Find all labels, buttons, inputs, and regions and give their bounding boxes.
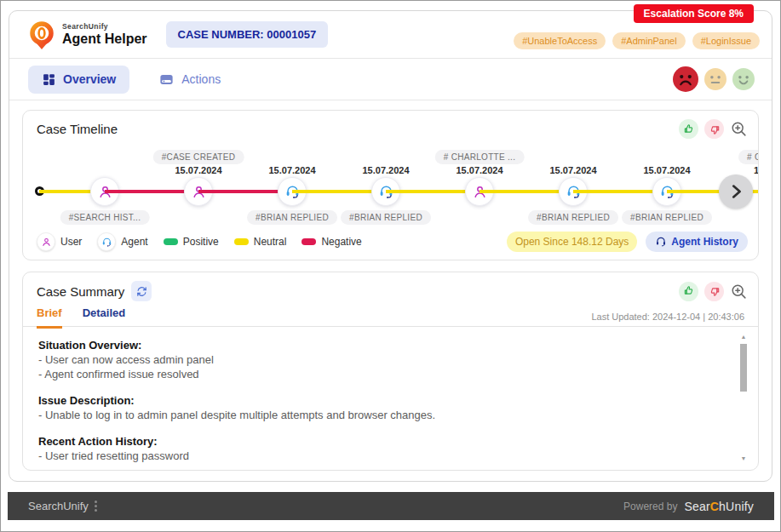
case-timeline-card: Case Timeline: [22, 110, 759, 260]
powered-by-label: Powered by: [623, 501, 677, 512]
summary-thumbs-down-button[interactable]: [704, 282, 724, 301]
summary-section-line: - User tried resetting password: [38, 449, 729, 463]
timeline-event-date: 15.07.2024: [549, 165, 596, 175]
positive-color-swatch: [164, 238, 178, 245]
main-panel: SearchUnify Agent Helper CASE NUMBER: 00…: [9, 10, 772, 482]
thumbs-up-button[interactable]: [679, 119, 698, 139]
summary-scrollbar[interactable]: ▲ ▼: [739, 332, 748, 463]
summary-section-heading: Recent Action History:: [38, 434, 729, 449]
neutral-face-icon[interactable]: [704, 68, 726, 90]
timeline-event-label: # CHARLOTTE ...: [435, 150, 525, 164]
tab-bar: Overview Actions: [9, 59, 772, 100]
brand-name-big: Agent Helper: [62, 31, 147, 47]
scroll-down-arrow[interactable]: ▼: [739, 455, 748, 461]
summary-thumbs-up-button[interactable]: [679, 282, 698, 301]
summary-tab-detailed[interactable]: Detailed: [83, 306, 126, 329]
legend-label: Neutral: [254, 236, 287, 248]
agent-icon: [101, 237, 112, 248]
legend-item-positive: Positive: [164, 236, 219, 248]
footer-menu-dots-icon[interactable]: [95, 501, 97, 512]
timeline-event-date: 15.07.2024: [456, 165, 502, 175]
scrollbar-thumb[interactable]: [740, 344, 747, 392]
legend-item-neutral: Neutral: [234, 236, 287, 248]
timeline-title: Case Timeline: [37, 122, 118, 136]
tab-actions[interactable]: Actions: [158, 72, 221, 88]
tab-actions-label: Actions: [181, 72, 221, 86]
legend-label: Positive: [183, 236, 219, 248]
refresh-icon: [135, 285, 148, 298]
timeline-edge-date: 15.: [754, 165, 759, 175]
footer-brand-logo: SearChUnify: [684, 500, 754, 513]
angry-face-icon[interactable]: [673, 66, 698, 92]
user-icon: [37, 232, 55, 251]
thumb-down-icon: [709, 285, 721, 297]
app-logo: SearchUnify Agent Helper: [28, 20, 147, 50]
hashtag-pill: #AdminPanel: [612, 32, 685, 49]
thumb-up-icon: [683, 285, 695, 297]
timeline-legend: User AgentPositiveNeutralNegative Open S…: [37, 232, 748, 252]
timeline-edge-label: # CHA: [738, 150, 759, 164]
agent-icon: [97, 232, 116, 251]
legend-item-negative: Negative: [301, 236, 361, 248]
summary-tab-brief[interactable]: Brief: [37, 306, 62, 329]
footer-brand-left: SearchUnify: [28, 500, 89, 512]
summary-section-line: - Agent confirmed issue resolved: [38, 367, 729, 381]
refresh-summary-button[interactable]: [131, 281, 152, 301]
tab-overview[interactable]: Overview: [28, 66, 129, 94]
timeline-event-label: #CASE CREATED: [153, 150, 244, 164]
sentiment-emoji-row: [673, 66, 755, 92]
summary-section-line: - User can now access admin panel: [38, 352, 729, 367]
user-icon: [41, 237, 52, 248]
chevron-right-icon: [726, 182, 745, 201]
timeline-event-label: #BRIAN REPLIED: [247, 210, 337, 225]
headset-icon: [655, 236, 667, 248]
scroll-up-arrow[interactable]: ▲: [739, 334, 748, 340]
timeline-event-label: #BRIAN REPLIED: [622, 210, 712, 225]
brand-c-icon: C: [710, 500, 719, 513]
open-since-badge: Open Since 148.12 Days: [507, 232, 637, 252]
timeline-event-label: #BRIAN REPLIED: [341, 210, 431, 225]
brand-pin-icon: [28, 20, 55, 50]
case-number-badge: CASE NUMBER: 00001057: [166, 21, 329, 48]
legend-label: Negative: [321, 236, 361, 248]
summary-section: Recent Action History:- User tried reset…: [38, 434, 729, 463]
timeline-event-label: #SEARCH HIST...: [60, 210, 150, 225]
timeline-event-label: #BRIAN REPLIED: [528, 210, 618, 225]
legend-label: Agent: [121, 236, 147, 248]
zoom-in-icon[interactable]: [730, 283, 748, 300]
timeline-canvas: #SEARCH HIST...#CASE CREATED15.07.2024 1…: [23, 141, 758, 235]
summary-section: Situation Overview:- User can now access…: [38, 338, 729, 381]
last-updated-text: Last Updated: 2024-12-04 | 20:43:06: [591, 312, 744, 322]
happy-face-icon[interactable]: [732, 68, 755, 90]
timeline-event-date: 15.07.2024: [268, 165, 315, 175]
summary-content: Situation Overview:- User can now access…: [23, 327, 758, 470]
grid-icon: [42, 72, 56, 87]
summary-section: Issue Description:- Unable to log in to …: [38, 393, 729, 422]
thumb-down-icon: [709, 123, 721, 135]
summary-section-heading: Situation Overview:: [38, 338, 729, 352]
actions-archive-icon: [158, 72, 175, 88]
tab-overview-label: Overview: [63, 72, 116, 86]
hashtag-pill: #LoginIssue: [692, 32, 760, 49]
summary-section-line: - Unable to log in to admin panel despit…: [38, 408, 729, 422]
timeline-event-date: 15.07.2024: [643, 165, 690, 175]
hashtag-pill: #UnableToAccess: [514, 32, 606, 49]
summary-section-heading: Issue Description:: [38, 393, 729, 408]
legend-item-agent: Agent: [97, 232, 147, 251]
case-summary-card: Case Summary: [22, 272, 759, 471]
brand-name-small: SearchUnify: [62, 22, 147, 31]
timeline-event-date: 15.07.2024: [175, 165, 221, 175]
agent-history-label: Agent History: [671, 236, 738, 248]
timeline-event-date: 15.07.2024: [362, 165, 409, 175]
zoom-in-icon[interactable]: [730, 120, 748, 138]
escalation-score-badge: Escalation Score 8%: [634, 4, 754, 23]
legend-item-user: User: [37, 232, 82, 251]
agent-history-button[interactable]: Agent History: [646, 232, 748, 252]
footer-bar: SearchUnify Powered by SearChUnify: [8, 492, 774, 520]
thumbs-down-button[interactable]: [704, 119, 724, 139]
negative-color-swatch: [301, 238, 316, 245]
thumb-up-icon: [683, 123, 695, 135]
neutral-color-swatch: [234, 238, 249, 245]
timeline-next-button[interactable]: [719, 174, 753, 209]
legend-label: User: [60, 236, 82, 248]
